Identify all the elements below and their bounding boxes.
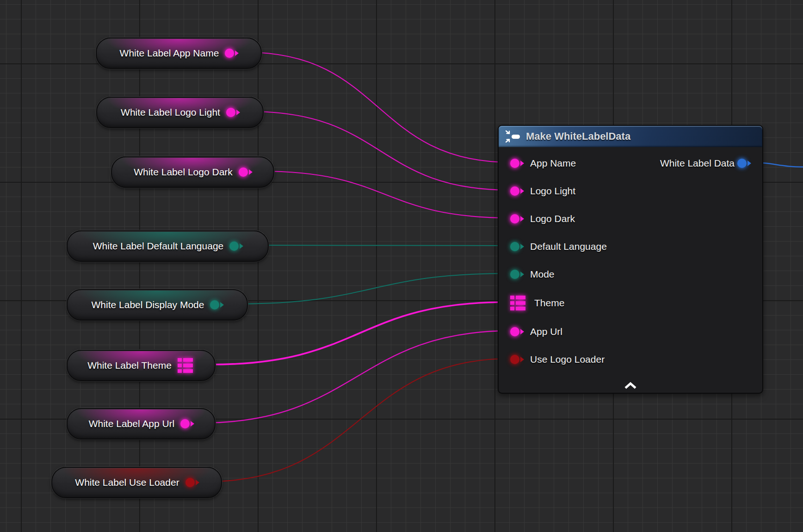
node-white-label-use-loader[interactable]: White Label Use Loader xyxy=(51,467,222,498)
collapse-chevron-button[interactable] xyxy=(623,380,638,390)
node-white-label-default-language[interactable]: White Label Default Language xyxy=(67,230,269,262)
input-row-mode: Mode xyxy=(510,269,555,280)
input-pin-label: App Url xyxy=(530,326,562,337)
wire-logo-dark[interactable] xyxy=(260,171,511,218)
node-label: White Label Use Loader xyxy=(75,477,179,488)
make-struct-icon xyxy=(505,130,521,143)
output-pin[interactable] xyxy=(180,419,190,428)
node-label: White Label Logo Light xyxy=(121,107,220,118)
input-row-logo-dark: Logo Dark xyxy=(510,213,575,224)
node-white-label-app-url[interactable]: White Label App Url xyxy=(67,408,216,439)
node-label: White Label Display Mode xyxy=(92,299,204,310)
wire-theme[interactable] xyxy=(210,302,508,365)
input-pin-label: Logo Light xyxy=(530,186,575,197)
input-pin-label: Default Language xyxy=(530,241,607,252)
input-pin-logo-light[interactable] xyxy=(510,186,519,196)
output-pin-white-label-data[interactable] xyxy=(737,159,747,168)
input-pin-app-url[interactable] xyxy=(510,327,519,336)
output-pin[interactable] xyxy=(229,241,239,251)
input-pin-app-name[interactable] xyxy=(510,159,519,168)
node-white-label-logo-light[interactable]: White Label Logo Light xyxy=(96,97,264,128)
input-pin-label: Use Logo Loader xyxy=(530,354,605,365)
input-row-theme: Theme xyxy=(510,296,564,310)
wire-display-mode[interactable] xyxy=(234,273,511,304)
output-pin[interactable] xyxy=(239,167,248,177)
wire-use-loader[interactable] xyxy=(208,359,511,482)
input-pin-default-language[interactable] xyxy=(510,242,519,251)
node-white-label-display-mode[interactable]: White Label Display Mode xyxy=(67,289,248,321)
input-row-app-url: App Url xyxy=(510,326,562,337)
blueprint-graph-canvas[interactable]: White Label App Name White Label Logo Li… xyxy=(0,0,803,532)
output-pin[interactable] xyxy=(185,478,195,487)
output-pin[interactable] xyxy=(226,108,235,117)
input-pin-mode[interactable] xyxy=(510,270,519,279)
output-pin-label: White Label Data xyxy=(660,158,735,169)
input-pin-label: Logo Dark xyxy=(530,213,575,224)
input-row-use-logo-loader: Use Logo Loader xyxy=(510,354,605,365)
wire-app-name[interactable] xyxy=(246,52,511,162)
struct-grid-icon[interactable] xyxy=(510,296,525,310)
node-label: White Label App Name xyxy=(120,48,219,59)
make-node-title: Make WhiteLabelData xyxy=(526,130,630,142)
wire-default-language[interactable] xyxy=(255,245,511,246)
input-pin-use-logo-loader[interactable] xyxy=(510,355,519,364)
struct-grid-icon[interactable] xyxy=(178,358,193,373)
node-label: White Label Default Language xyxy=(93,241,224,252)
input-row-logo-light: Logo Light xyxy=(510,186,575,197)
node-white-label-theme[interactable]: White Label Theme xyxy=(67,350,216,381)
node-label: White Label App Url xyxy=(89,418,175,429)
output-pin[interactable] xyxy=(225,49,234,58)
input-pin-label: Mode xyxy=(530,269,555,280)
input-row-app-name: App Name xyxy=(510,158,576,169)
wire-logo-light[interactable] xyxy=(250,111,511,190)
input-pin-logo-dark[interactable] xyxy=(510,214,519,223)
node-white-label-logo-dark[interactable]: White Label Logo Dark xyxy=(111,156,274,188)
output-pin[interactable] xyxy=(210,300,219,309)
make-node-header[interactable]: Make WhiteLabelData xyxy=(499,126,762,147)
node-label: White Label Theme xyxy=(87,360,172,371)
chevron-up-icon xyxy=(624,382,636,389)
input-pin-label: Theme xyxy=(534,297,564,309)
input-pin-label: App Name xyxy=(530,158,576,169)
input-row-default-language: Default Language xyxy=(510,241,607,252)
node-white-label-app-name[interactable]: White Label App Name xyxy=(96,37,262,69)
node-label: White Label Logo Dark xyxy=(134,167,233,178)
output-row-white-label-data: White Label Data xyxy=(660,158,750,169)
wire-app-url[interactable] xyxy=(203,331,511,423)
node-make-whitelabeldata[interactable]: Make WhiteLabelData App Name Logo Light … xyxy=(498,125,763,394)
